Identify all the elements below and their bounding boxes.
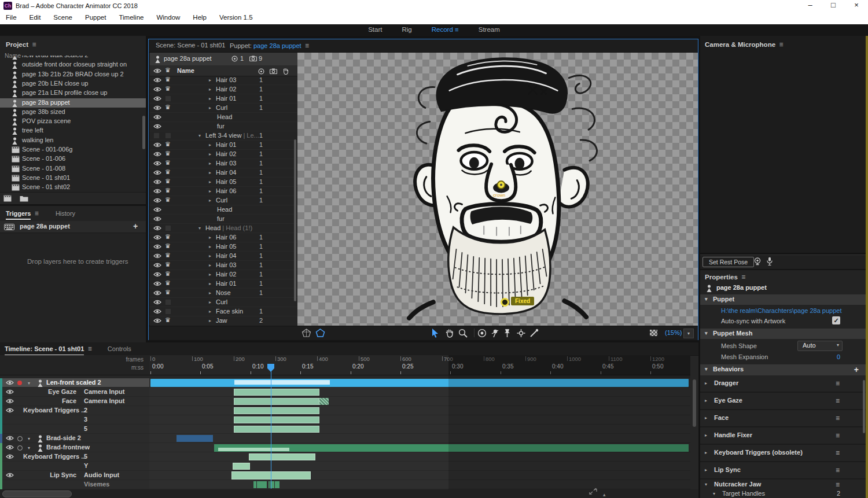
mesh-expansion-value[interactable]: 0: [837, 353, 840, 360]
project-item[interactable]: tree left: [0, 126, 146, 135]
crown-icon[interactable]: ♛: [165, 187, 171, 194]
crown-placeholder[interactable]: [165, 300, 171, 305]
crown-icon[interactable]: ♛: [165, 159, 171, 167]
menu-puppet[interactable]: Puppet: [85, 14, 106, 21]
workspace-tab-start[interactable]: Start: [368, 26, 382, 33]
crown-icon[interactable]: ♛: [165, 104, 171, 111]
take-bar[interactable]: [234, 407, 319, 414]
timeline-zoom-icon[interactable]: ▴: [603, 492, 606, 497]
record-armed-icon[interactable]: [17, 381, 22, 385]
twirl-closed-icon[interactable]: ▸: [209, 161, 211, 166]
twirl-closed-icon[interactable]: ▸: [705, 467, 707, 473]
tab-scene[interactable]: Scene: Scene - 01 sht01: [156, 42, 225, 49]
behavior-row-face[interactable]: ▸Face≡: [700, 410, 866, 427]
track-row-header[interactable]: Keyboard Triggers ...2: [0, 406, 149, 415]
zoom-level-value[interactable]: (15%): [665, 329, 682, 336]
track-row-content[interactable]: [149, 443, 690, 452]
crown-icon[interactable]: ♛: [165, 233, 171, 241]
layer-row[interactable]: fur: [150, 215, 297, 224]
project-scrollbar[interactable]: [142, 116, 145, 149]
layer-row[interactable]: ♛▸Hair 051: [150, 178, 297, 187]
visibility-placeholder[interactable]: [154, 133, 159, 138]
twirl-closed-icon[interactable]: ▸: [209, 290, 211, 296]
project-item[interactable]: Scene - 01 sht02: [0, 183, 146, 192]
behavior-row-eye-gaze[interactable]: ▸Eye Gaze≡: [700, 393, 866, 410]
behavior-row-keyboard-triggers-obsolete-[interactable]: ▸Keyboard Triggers (obsolete)≡: [700, 445, 866, 462]
fixed-handle-icon[interactable]: [501, 298, 509, 307]
crown-placeholder[interactable]: [165, 96, 171, 101]
visibility-eye-icon[interactable]: [153, 207, 161, 212]
twirl-closed-icon[interactable]: ▸: [209, 198, 211, 203]
visibility-eye-icon[interactable]: [153, 309, 161, 314]
layer-row[interactable]: ♛▸Hair 031: [150, 76, 297, 85]
layer-row[interactable]: ♛▸Hair 051: [150, 242, 297, 252]
twirl-closed-icon[interactable]: ▸: [705, 415, 707, 420]
project-item[interactable]: outside front door closeup straight on: [0, 60, 146, 69]
track-row-content[interactable]: [149, 415, 690, 425]
twirl-open-icon[interactable]: ▾: [28, 436, 30, 441]
section-puppet-mesh[interactable]: ▾ Puppet Mesh: [700, 329, 866, 339]
fixed-handle-badge[interactable]: Fixed: [511, 297, 534, 305]
crown-icon[interactable]: ♛: [165, 242, 171, 250]
visibility-eye-icon[interactable]: [153, 318, 161, 323]
track-row-content[interactable]: [149, 471, 690, 480]
twirl-closed-icon[interactable]: ▸: [209, 253, 211, 259]
twirl-closed-icon[interactable]: ▸: [209, 318, 211, 323]
visibility-eye-icon[interactable]: [153, 216, 161, 222]
workspace-tab-stream[interactable]: Stream: [479, 26, 500, 33]
crown-icon[interactable]: ♛: [165, 141, 171, 148]
take-bar[interactable]: [233, 463, 250, 470]
layer-row[interactable]: ♛▸Hair 021: [150, 150, 297, 159]
menu-scene[interactable]: Scene: [53, 14, 72, 21]
menu-timeline[interactable]: Timeline: [119, 14, 144, 21]
track-row-content[interactable]: [149, 434, 690, 443]
behavior-params-icon[interactable]: ≡: [836, 466, 840, 474]
twirl-closed-icon[interactable]: ▸: [209, 300, 211, 305]
add-trigger-button[interactable]: +: [133, 222, 138, 231]
track-row-content[interactable]: [149, 397, 690, 406]
visibility-eye-icon[interactable]: [153, 78, 161, 83]
record-off-icon[interactable]: [17, 445, 23, 451]
timeline-menu-icon[interactable]: ≡: [86, 345, 91, 353]
take-bar[interactable]: [214, 444, 689, 452]
crown-icon[interactable]: ♛: [165, 279, 171, 287]
twirl-closed-icon[interactable]: ▸: [209, 87, 211, 92]
layer-row[interactable]: ♛▸Curl1: [150, 196, 297, 205]
behavior-row-handle-fixer[interactable]: ▸Handle Fixer≡: [700, 427, 866, 445]
record-off-icon[interactable]: [17, 436, 23, 441]
twirl-closed-icon[interactable]: ▸: [209, 96, 211, 101]
track-row-header[interactable]: 5: [0, 425, 149, 434]
visibility-eye-icon[interactable]: [153, 170, 161, 175]
crown-icon[interactable]: ♛: [165, 289, 171, 296]
twirl-closed-icon[interactable]: ▸: [209, 179, 211, 185]
artwork-path-link[interactable]: H:\the realm\Charachters\page 28a puppet: [721, 307, 842, 314]
twirl-closed-icon[interactable]: ▸: [209, 78, 211, 83]
track-row-header[interactable]: Lip SyncAudio Input: [0, 471, 149, 480]
crown-icon[interactable]: ♛: [165, 76, 171, 83]
webcam-icon[interactable]: [753, 257, 762, 265]
twirl-closed-icon[interactable]: ▸: [209, 309, 211, 314]
track-row-header[interactable]: Eye GazeCamera Input: [0, 388, 149, 397]
visibility-eye-icon[interactable]: [153, 244, 161, 249]
track-row-content[interactable]: [149, 480, 690, 489]
dragger-tool[interactable]: [516, 329, 526, 338]
visibility-eye-icon[interactable]: [153, 115, 161, 120]
visibility-eye-icon[interactable]: [153, 263, 161, 268]
layer-row[interactable]: ▸Hair 011: [150, 94, 297, 104]
twirl-closed-icon[interactable]: ▸: [209, 152, 211, 157]
stick-tool[interactable]: [529, 329, 539, 338]
close-button[interactable]: ×: [845, 0, 868, 12]
visibility-eye-icon[interactable]: [153, 179, 161, 185]
zoom-level-dropdown[interactable]: ▾: [683, 329, 694, 338]
project-item[interactable]: new brad walk scaled 2: [0, 56, 146, 60]
layer-row[interactable]: ♛▸Nose1: [150, 289, 297, 298]
project-item[interactable]: Scene - 001-006g: [0, 145, 146, 154]
track-row-header[interactable]: ▾Brad-frontnew: [0, 443, 149, 452]
show-outline-toggle[interactable]: [315, 329, 325, 338]
crown-icon[interactable]: ♛: [165, 85, 171, 93]
behavior-params-icon[interactable]: ≡: [836, 481, 840, 489]
track-row-content[interactable]: [149, 452, 690, 462]
visibility-eye-icon[interactable]: [153, 189, 161, 194]
select-tool[interactable]: [431, 328, 439, 338]
twirl-closed-icon[interactable]: ▸: [209, 170, 211, 175]
